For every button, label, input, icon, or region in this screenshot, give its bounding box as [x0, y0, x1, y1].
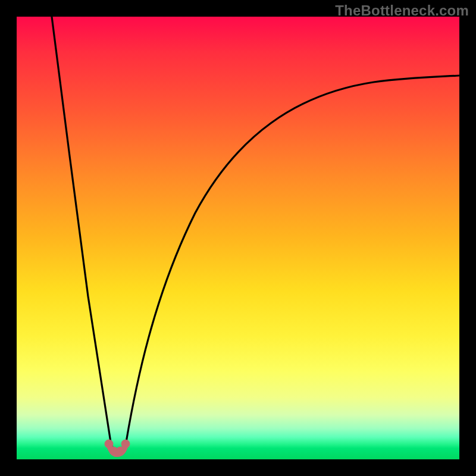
curve-left-branch [52, 17, 111, 442]
chart-plot-area [17, 17, 459, 459]
chart-frame: TheBottleneck.com [0, 0, 476, 476]
curve-right-branch [126, 76, 459, 442]
valley-markers [105, 440, 130, 455]
watermark-text: TheBottleneck.com [335, 2, 469, 19]
chart-svg [17, 17, 459, 459]
